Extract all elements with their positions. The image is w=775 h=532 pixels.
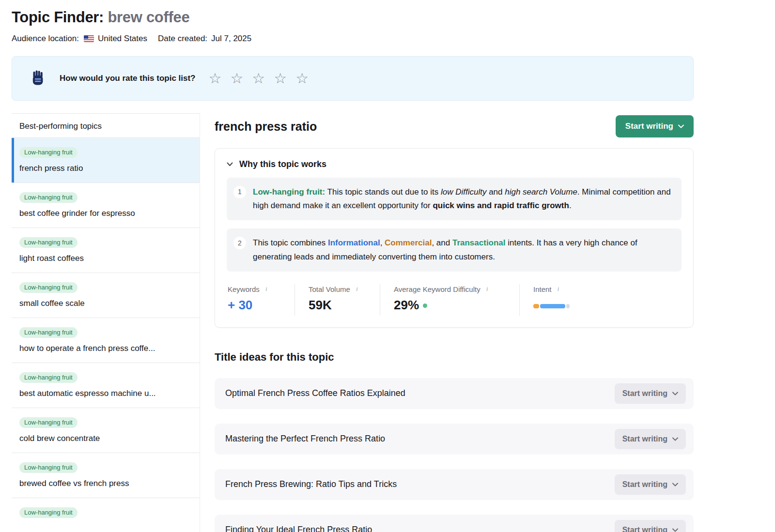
title-idea-text: Optimal French Press Coffee Ratios Expla… — [225, 388, 405, 398]
intent-informational-label: Informational — [328, 238, 380, 247]
start-writing-label: Start writing — [622, 480, 667, 489]
sidebar-item-small-coffee-scale[interactable]: Low-hanging fruit small coffee scale — [12, 273, 200, 318]
sidebar-item-french-press-ratio[interactable]: Low-hanging fruit french press ratio — [12, 138, 200, 183]
best-performing-topics-sidebar: Best-performing topics Low-hanging fruit… — [12, 113, 200, 532]
total-volume-label: Total Volume — [309, 285, 350, 293]
why-point-1-text: . — [569, 201, 572, 210]
why-point-1-emphasis: low Difficulty — [441, 187, 486, 197]
why-point-1-lead: Low-hanging fruit: — [253, 187, 325, 197]
info-icon[interactable] — [354, 286, 360, 292]
low-hanging-fruit-badge: Low-hanging fruit — [19, 507, 78, 518]
topic-label: how to operate a french press coffe... — [19, 344, 192, 353]
sidebar-item-brewed-coffee-vs-french-press[interactable]: Low-hanging fruit brewed coffee vs frenc… — [12, 453, 200, 498]
why-topic-works-card: Why this topic works 1 Low-hanging fruit… — [215, 148, 694, 328]
difficulty-status-dot — [423, 304, 427, 308]
low-hanging-fruit-badge: Low-hanging fruit — [19, 327, 78, 338]
page-title-prefix: Topic Finder: — [12, 9, 104, 26]
difficulty-value: 29% — [394, 298, 419, 312]
star-icon[interactable]: ☆ — [226, 71, 248, 86]
sidebar-item-cold-brew-concentrate[interactable]: Low-hanging fruit cold brew concentrate — [12, 408, 200, 453]
metric-intent: Intent — [519, 284, 584, 316]
topic-detail-header: french press ratio Start writing — [215, 115, 694, 137]
sidebar-item-best-automatic-espresso-machine[interactable]: Low-hanging fruit best automatic espress… — [12, 363, 200, 408]
why-topic-works-title: Why this topic works — [239, 159, 326, 169]
info-icon[interactable] — [555, 286, 562, 292]
why-point-1-emphasis: high search Volume — [505, 187, 577, 197]
page-title: Topic Finder: brew coffee — [12, 9, 694, 26]
chevron-down-icon — [678, 124, 684, 128]
why-point-1-text: and — [486, 187, 505, 197]
title-idea-row: French Press Brewing: Ratio Tips and Tri… — [215, 469, 694, 500]
topic-finder-page: Topic Finder: brew coffee Audience locat… — [0, 0, 694, 532]
intent-segment-informational — [540, 304, 565, 308]
intent-segment-commercial — [533, 304, 539, 308]
why-point-1-text: This topic stands out due to its — [325, 187, 441, 197]
keywords-value: + 30 — [228, 298, 281, 313]
low-hanging-fruit-badge: Low-hanging fruit — [19, 147, 78, 158]
intent-commercial-label: Commercial — [385, 238, 432, 247]
start-writing-label: Start writing — [622, 389, 667, 398]
topic-label: best coffee grinder for espresso — [19, 209, 192, 218]
sidebar-title: Best-performing topics — [12, 114, 200, 138]
chevron-down-icon — [227, 162, 233, 167]
why-point-2-text: , — [380, 238, 385, 247]
low-hanging-fruit-badge: Low-hanging fruit — [19, 237, 78, 248]
star-icon[interactable]: ☆ — [291, 71, 313, 86]
topic-metrics: Keywords + 30 Total Volume 59K — [227, 284, 682, 316]
sidebar-item-partial[interactable]: Low-hanging fruit — [12, 498, 200, 532]
audience-location-value: United States — [98, 34, 147, 44]
metric-keyword-difficulty: Average Keyword Difficulty 29% — [380, 284, 519, 316]
title-idea-row: Mastering the Perfect French Press Ratio… — [215, 424, 694, 455]
start-writing-button[interactable]: Start writing — [615, 474, 686, 495]
start-writing-button[interactable]: Start writing — [615, 383, 686, 404]
chevron-down-icon — [672, 392, 678, 395]
topic-label: french press ratio — [19, 164, 192, 173]
us-flag-icon — [84, 35, 94, 42]
info-icon[interactable] — [263, 286, 270, 292]
metric-label-row: Intent — [533, 285, 571, 293]
title-idea-text: Mastering the Perfect French Press Ratio — [225, 434, 385, 444]
title-idea-row: Optimal French Press Coffee Ratios Expla… — [215, 378, 694, 409]
difficulty-value-row: 29% — [394, 298, 506, 313]
why-topic-works-toggle[interactable]: Why this topic works — [227, 159, 682, 169]
intent-label: Intent — [533, 285, 552, 293]
star-icon[interactable]: ☆ — [269, 71, 291, 86]
intent-segment-other — [566, 304, 570, 308]
why-point-1-strong: quick wins and rapid traffic growth — [433, 201, 569, 210]
sidebar-item-light-roast-coffees[interactable]: Low-hanging fruit light roast coffees — [12, 228, 200, 273]
start-writing-button[interactable]: Start writing — [615, 520, 686, 532]
title-ideas-heading: Title ideas for this topic — [215, 351, 694, 364]
chevron-down-icon — [672, 483, 678, 486]
date-created-value: Jul 7, 2025 — [211, 34, 251, 44]
rating-question: How would you rate this topic list? — [60, 74, 196, 83]
why-point-2: 2 This topic combines Informational, Com… — [227, 228, 682, 271]
start-writing-button[interactable]: Start writing — [615, 429, 686, 449]
sidebar-item-best-coffee-grinder[interactable]: Low-hanging fruit best coffee grinder fo… — [12, 183, 200, 228]
metric-keywords: Keywords + 30 — [227, 284, 294, 316]
sidebar-item-how-to-operate-french-press[interactable]: Low-hanging fruit how to operate a frenc… — [12, 318, 200, 363]
title-idea-text: Finding Your Ideal French Press Ratio — [225, 525, 372, 532]
title-idea-row: Finding Your Ideal French Press Ratio St… — [215, 515, 694, 532]
start-writing-button[interactable]: Start writing — [616, 115, 694, 137]
topic-label: small coffee scale — [19, 299, 192, 308]
page-title-query: brew coffee — [108, 9, 189, 26]
metric-label-row: Keywords — [228, 285, 281, 293]
page-meta: Audience location: United States Date cr… — [12, 34, 694, 44]
intent-transactional-label: Transactional — [452, 238, 506, 247]
low-hanging-fruit-badge: Low-hanging fruit — [19, 462, 78, 473]
metric-label-row: Total Volume — [309, 285, 366, 293]
rating-banner: How would you rate this topic list? ☆ ☆ … — [12, 56, 694, 101]
title-idea-text: French Press Brewing: Ratio Tips and Tri… — [225, 479, 397, 489]
start-writing-label: Start writing — [622, 435, 667, 443]
start-writing-label: Start writing — [625, 122, 673, 131]
topic-label: cold brew concentrate — [19, 434, 192, 443]
date-created-label: Date created: — [158, 34, 207, 44]
info-icon[interactable] — [484, 286, 491, 292]
star-icon[interactable]: ☆ — [248, 71, 269, 86]
why-point-2-text: , and — [432, 238, 452, 247]
topic-label: best automatic espresso machine u... — [19, 389, 192, 398]
low-hanging-fruit-badge: Low-hanging fruit — [19, 192, 78, 203]
star-icon[interactable]: ☆ — [204, 71, 226, 86]
low-hanging-fruit-badge: Low-hanging fruit — [19, 282, 78, 293]
topic-label: brewed coffee vs french press — [19, 479, 192, 488]
